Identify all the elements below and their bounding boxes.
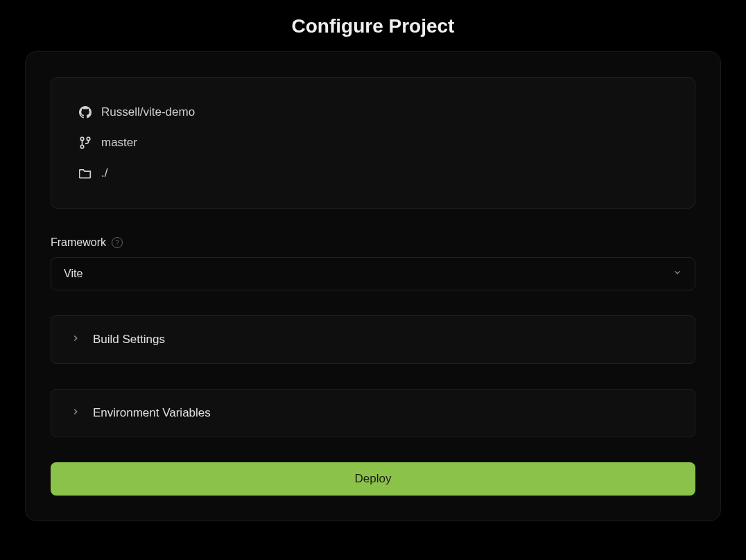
svg-point-1 [87, 137, 90, 141]
repo-directory-row: ./ [79, 166, 667, 180]
env-vars-label: Environment Variables [93, 406, 211, 420]
configure-card: Russell/vite-demo master ./ Fra [25, 51, 721, 521]
repo-info-card: Russell/vite-demo master ./ [51, 77, 695, 209]
page-title: Configure Project [0, 0, 746, 51]
help-icon[interactable]: ? [112, 237, 123, 248]
framework-selected-value: Vite [64, 268, 83, 280]
repo-name-text: Russell/vite-demo [101, 105, 195, 119]
build-settings-label: Build Settings [93, 333, 165, 347]
chevron-right-icon [71, 406, 80, 420]
repo-directory-text: ./ [101, 166, 107, 180]
svg-point-2 [80, 145, 84, 148]
framework-label: Framework [51, 236, 106, 249]
folder-icon [79, 167, 92, 180]
deploy-button[interactable]: Deploy [51, 462, 695, 496]
github-icon [79, 106, 92, 119]
repo-branch-row: master [79, 136, 667, 150]
branch-icon [79, 137, 92, 149]
framework-label-row: Framework ? [51, 236, 695, 249]
chevron-down-icon [673, 268, 682, 280]
repo-branch-text: master [101, 136, 137, 150]
framework-select[interactable]: Vite [51, 257, 695, 290]
chevron-right-icon [71, 333, 80, 347]
svg-point-0 [80, 137, 84, 141]
repo-name-row: Russell/vite-demo [79, 105, 667, 119]
env-vars-section[interactable]: Environment Variables [51, 389, 695, 437]
build-settings-section[interactable]: Build Settings [51, 315, 695, 364]
